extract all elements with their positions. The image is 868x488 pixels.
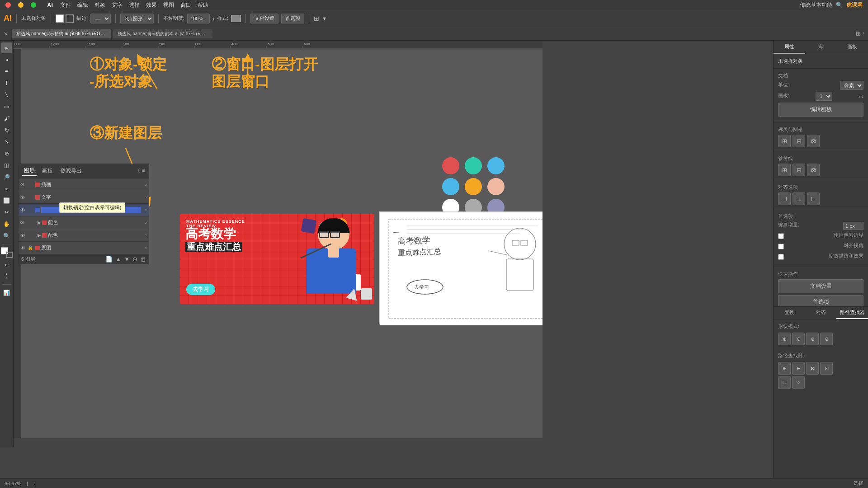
swatch-blue[interactable] [487,157,505,174]
layer-eye-1[interactable]: 👁 [20,195,28,200]
layer-tab-layers[interactable]: 图层 [22,166,37,176]
minus-front-btn[interactable]: ⊖ [792,333,805,345]
gradient-tool[interactable]: ◫ [1,160,12,171]
menu-type[interactable]: 文字 [112,1,123,9]
edit-artboard-btn[interactable]: 编辑画板 [778,103,863,117]
color-mode-icon[interactable]: ●○ [1,271,12,282]
artboard-tool[interactable]: ⬜ [1,195,12,206]
crop-btn[interactable]: ⊡ [820,362,833,375]
align-icon-2[interactable]: ⊟ [793,135,805,147]
arrange-arrow[interactable]: ▼ [322,16,327,21]
rpanel-tab-properties[interactable]: 属性 [774,41,805,54]
maximize-btn[interactable] [31,2,36,8]
menu-help[interactable]: 帮助 [198,1,208,9]
line-tool[interactable]: ╲ [1,89,12,100]
expand-icon[interactable]: › [212,15,214,22]
rotate-tool[interactable]: ↻ [1,125,12,136]
artboard-nav[interactable]: ‹ › [859,94,863,99]
menu-file[interactable]: 文件 [60,1,71,9]
intersect-btn[interactable]: ⊗ [806,333,819,345]
layer-expand-4[interactable]: ▶ [38,233,41,238]
layer-expand-3[interactable]: ▶ [38,220,41,225]
menu-window[interactable]: 窗口 [180,1,191,9]
zoom-tool[interactable]: 🔍 [1,230,12,241]
tab-2[interactable]: 插边风-banner演示稿的副本.ai @ 67% (RGB/GPU 预览) ✕ [113,29,212,38]
tab-arrange-icon[interactable]: ⊞ [856,30,861,37]
layer-row-4[interactable]: 👁 ▶ 配色 ○ [19,229,149,242]
selection-tool[interactable]: ▸ [1,42,12,53]
quick-doc-settings-btn[interactable]: 文档设置 [778,279,863,293]
panel-menu-btn[interactable]: ≡ [142,167,145,175]
menu-object[interactable]: 对象 [94,1,105,9]
banner-go-btn[interactable]: 去学习 [186,284,215,295]
arrange-icon[interactable]: ⊞ [314,15,319,22]
minus-back-btn[interactable]: ○ [792,376,805,389]
align-icon-1[interactable]: ⊞ [778,135,791,147]
brp-tab-transform[interactable]: 变换 [774,307,805,319]
close-all-icon[interactable]: ✕ [4,31,8,37]
snap-corner-cb[interactable] [778,244,784,249]
outline-btn[interactable]: □ [778,376,791,389]
brush-tool[interactable]: 🖌 [1,113,12,124]
merge-btn[interactable]: ⊠ [806,362,819,375]
stroke-weight-select[interactable]: — [90,14,111,23]
layer-eye-3[interactable]: 👁 [20,220,28,225]
preferences-btn[interactable]: 首选项 [281,14,304,23]
layer-tab-artboards[interactable]: 画板 [40,166,55,176]
pen-tool[interactable]: ✒ [1,66,12,77]
search-icon[interactable]: 🔍 [836,2,843,8]
align-left-btn[interactable]: ⊣ [778,192,791,205]
rect-tool[interactable]: ▭ [1,101,12,112]
nudge-input[interactable] [843,222,863,230]
swatch-blue2[interactable] [442,178,459,195]
rpanel-tab-artboards[interactable]: 画板 [836,41,868,54]
close-btn[interactable] [5,2,11,8]
move-down-btn[interactable]: ▼ [124,256,130,263]
unite-btn[interactable]: ⊕ [778,333,791,345]
layer-eye-4[interactable]: 👁 [20,233,28,238]
swatch-red[interactable] [442,157,459,174]
tab-1[interactable]: 插边风-banner演示精稿.ai @ 66.67% (RGB/GPU 预览) … [12,29,111,38]
guide-icon-3[interactable]: ⊠ [807,164,820,176]
brp-tab-pathfinder[interactable]: 路径查找器 [836,307,868,319]
hand-tool[interactable]: ✋ [1,219,12,230]
direct-selection-tool[interactable]: ◂ [1,54,12,65]
stroke-swatch[interactable] [66,14,74,23]
duplicate-layer-btn[interactable]: ⊕ [132,256,137,263]
layer-row-1[interactable]: 👁 文字 ○ [19,191,149,204]
eyedropper-tool[interactable]: 🔎 [1,172,12,183]
shape-builder-tool[interactable]: ⊕ [1,148,12,159]
new-layer-btn[interactable]: 📄 [105,256,113,263]
layer-tab-export[interactable]: 资源导出 [58,166,84,176]
move-up-btn[interactable]: ▲ [115,256,121,263]
snap-effect-cb[interactable] [778,254,784,260]
doc-settings-btn[interactable]: 文档设置 [250,14,278,23]
chart-tool[interactable]: 📊 [1,287,12,298]
shape-select[interactable]: 3点圆形 [120,14,154,23]
brp-tab-align[interactable]: 对齐 [805,307,837,319]
guide-icon-1[interactable]: ⊞ [778,164,791,176]
menu-edit[interactable]: 编辑 [77,1,88,9]
trim-btn[interactable]: ⊟ [792,362,805,375]
opacity-input[interactable] [187,14,210,23]
menu-select[interactable]: 选择 [129,1,140,9]
fill-icon[interactable] [1,247,13,258]
style-swatch[interactable] [231,15,241,22]
divide-btn[interactable]: ⊞ [778,362,791,375]
swatch-teal[interactable] [465,157,482,174]
layer-lock-5[interactable]: 🔒 [28,245,34,250]
slice-tool[interactable]: ✂ [1,207,12,218]
layer-eye-2[interactable]: 👁 [20,207,28,213]
align-icon-3[interactable]: ⊠ [807,135,820,147]
swatch-peach[interactable] [487,178,505,195]
delete-layer-btn[interactable]: 🗑 [140,256,146,263]
menu-view[interactable]: 视图 [163,1,174,9]
type-tool[interactable]: T [1,78,12,89]
scale-tool[interactable]: ⤡ [1,136,12,147]
menu-effect[interactable]: 效果 [146,1,157,9]
swap-icon[interactable]: ⇄ [1,259,12,270]
minimize-btn[interactable] [18,2,24,8]
snap-pixel-cb[interactable] [778,233,784,239]
fill-swatch[interactable] [56,14,64,23]
layer-row-0[interactable]: 👁 插画 ○ [19,178,149,191]
